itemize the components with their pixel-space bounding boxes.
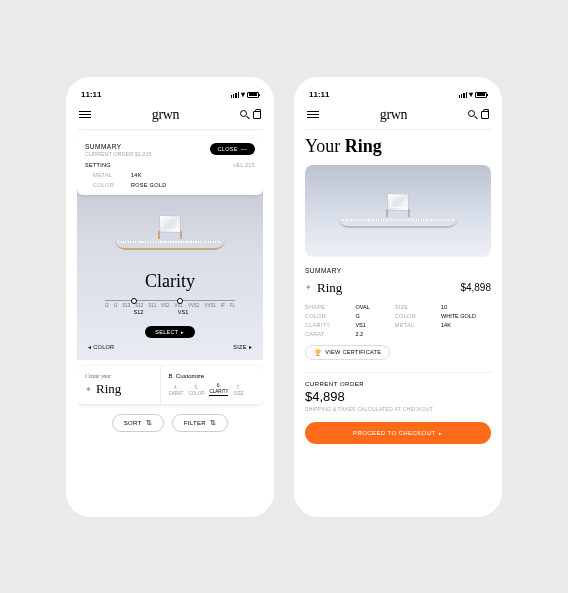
battery-icon	[247, 92, 259, 98]
search-icon[interactable]	[468, 110, 475, 117]
wifi-icon: ▾	[241, 91, 245, 99]
summary-label: SUMMARY	[85, 143, 152, 150]
summary-heading: SUMMARY	[305, 267, 491, 274]
color-value: ROSE GOLD	[131, 182, 166, 188]
phone-configurator: 11:11 ▾ grwn SUMMARY CURRENT ORDER $1,21…	[66, 77, 274, 517]
tick: S13	[122, 303, 130, 308]
ring-image	[110, 205, 230, 265]
nav-right	[468, 111, 489, 119]
menu-icon[interactable]	[79, 111, 91, 118]
summary-sub: CURRENT ORDER $1,215	[85, 151, 152, 157]
product-name: Ring	[317, 280, 342, 296]
ring-preview: Clarity I2I1S13S12S11VS2VS1VVS2VVS1IFFL …	[77, 177, 263, 361]
spec-key: CARAT	[305, 331, 345, 337]
signal-icon	[459, 92, 467, 98]
tick: S12	[135, 303, 143, 308]
summary-card: SUMMARY CURRENT ORDER $1,215 CLOSE SETTI…	[77, 136, 263, 195]
step-size[interactable]: 7.SIZE	[233, 385, 243, 396]
spec-value: 14K	[441, 322, 491, 328]
metal-key: METAL	[93, 172, 119, 178]
filter-button[interactable]: FILTER⇅	[172, 414, 228, 432]
view-certificate-button[interactable]: VIEW CERTIFICATE	[305, 345, 390, 360]
spec-value: WHITE GOLD	[441, 313, 491, 319]
sparkle-icon: ✦	[305, 283, 312, 292]
wifi-icon: ▾	[469, 91, 473, 99]
status-bar: 11:11 ▾	[77, 91, 263, 105]
spec-value: G	[355, 313, 384, 319]
content: SUMMARY CURRENT ORDER $1,215 CLOSE SETTI…	[77, 130, 263, 503]
divider	[305, 372, 491, 373]
content: Your Ring SUMMARY ✦Ring $4,898 SHAPEOVAL…	[305, 130, 491, 503]
tick: VVS2	[188, 303, 200, 308]
top-nav: grwn	[305, 105, 491, 130]
create-your: Create your	[85, 373, 152, 379]
ring-hero	[305, 165, 491, 257]
brand-logo[interactable]: grwn	[380, 107, 408, 123]
step-carat[interactable]: 4.CARAT	[169, 385, 184, 396]
setting-label: SETTING	[85, 162, 111, 168]
prev-step[interactable]: ◂ COLOR	[88, 344, 114, 350]
spec-key: METAL	[395, 322, 431, 328]
color-key: COLOR	[93, 182, 119, 188]
status-icons: ▾	[231, 91, 259, 99]
tick: IF	[221, 303, 225, 308]
tick: FL	[230, 303, 235, 308]
tick: I2	[105, 303, 109, 308]
search-icon[interactable]	[240, 110, 247, 117]
sparkle-icon: ✦	[85, 385, 92, 394]
status-bar: 11:11 ▾	[305, 91, 491, 105]
spec-key: SHAPE	[305, 304, 345, 310]
step-color[interactable]: 5.COLOR	[188, 385, 204, 396]
tick: VS2	[161, 303, 170, 308]
ring-image	[333, 183, 463, 238]
tick: I1	[114, 303, 118, 308]
close-button[interactable]: CLOSE	[210, 143, 255, 155]
order-price: $4,898	[305, 389, 491, 404]
signal-icon	[231, 92, 239, 98]
menu-icon[interactable]	[307, 111, 319, 118]
select-button[interactable]: SELECT	[145, 326, 195, 338]
bag-icon[interactable]	[253, 111, 261, 119]
config-title: Clarity	[86, 271, 254, 292]
spec-key: COLOR	[395, 313, 431, 319]
status-time: 11:11	[309, 90, 329, 99]
spec-key: SIZE	[395, 304, 431, 310]
step-clarity[interactable]: 6.CLARITY	[209, 383, 228, 396]
checkout-button[interactable]: PROCEED TO CHECKOUT	[305, 422, 491, 444]
tick: VVS1	[204, 303, 216, 308]
clarity-slider[interactable]: I2I1S13S12S11VS2VS1VVS2VVS1IFFL S12VS1	[105, 300, 235, 317]
tick: VS1	[175, 303, 184, 308]
step-group: B. Customize	[169, 373, 255, 379]
filter-icon: ⇅	[210, 419, 216, 427]
bag-icon[interactable]	[481, 111, 489, 119]
spec-key: COLOR	[305, 313, 345, 319]
top-nav: grwn	[77, 105, 263, 130]
sort-button[interactable]: SORT⇅	[112, 414, 164, 432]
shipping-note: SHIPPING & TAXES CALCULATED AT CHECKOUT	[305, 406, 491, 412]
sort-icon: ⇅	[146, 419, 152, 427]
spec-value: 10	[441, 304, 491, 310]
setting-price: +$1,215	[233, 162, 255, 168]
range-low: S12	[134, 309, 144, 315]
nav-right	[240, 111, 261, 119]
metal-value: 14K	[131, 172, 142, 178]
battery-icon	[475, 92, 487, 98]
spec-value: OVAL	[355, 304, 384, 310]
spec-value: 2.2	[355, 331, 384, 337]
page-title: Your Ring	[305, 136, 491, 157]
tick: S11	[148, 303, 156, 308]
next-step[interactable]: SIZE ▸	[233, 344, 252, 350]
brand-logo[interactable]: grwn	[152, 107, 180, 123]
ring-word: Ring	[96, 381, 121, 397]
spec-value: VS1	[355, 322, 384, 328]
phone-summary: 11:11 ▾ grwn Your Ring SUMMARY ✦Ring $4,…	[294, 77, 502, 517]
status-time: 11:11	[81, 90, 101, 99]
progress-card: Create your ✦Ring B. Customize 4.CARAT5.…	[77, 366, 263, 404]
order-label: CURRENT ORDER	[305, 381, 491, 387]
product-price: $4,898	[460, 282, 491, 293]
range-high: VS1	[178, 309, 188, 315]
status-icons: ▾	[459, 91, 487, 99]
spec-key: CLARITY	[305, 322, 345, 328]
